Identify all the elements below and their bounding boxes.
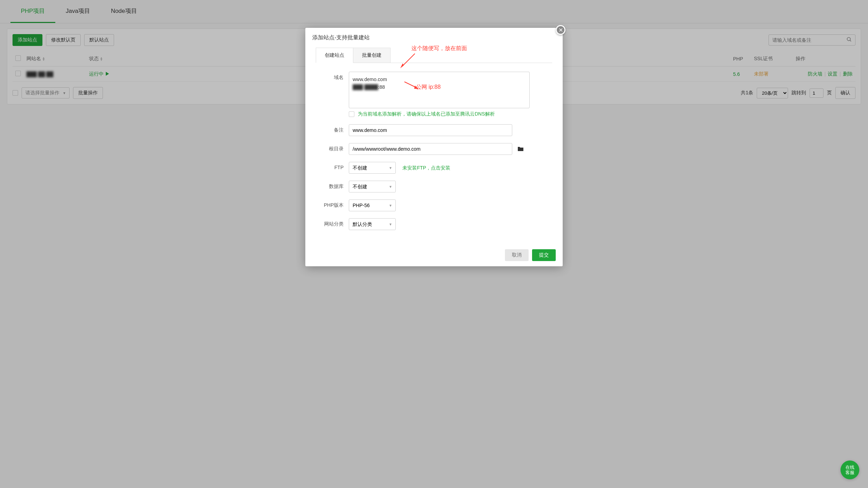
- dialog-footer: 取消 提交: [305, 244, 563, 266]
- dns-hint: 为当前域名添加解析，请确保以上域名已添加至腾讯云DNS解析: [358, 111, 495, 117]
- ftp-install-hint[interactable]: 未安装FTP，点击安装: [402, 165, 450, 171]
- add-site-dialog: ✕ 添加站点-支持批量建站 创建站点 批量创建 这个随便写，放在前面 域名 ww…: [305, 28, 563, 266]
- support-button[interactable]: 在线 客服: [841, 461, 859, 479]
- ftp-select[interactable]: 不创建: [349, 162, 396, 174]
- label-root: 根目录: [316, 143, 349, 152]
- close-icon[interactable]: ✕: [556, 25, 565, 35]
- modal-overlay: ✕ 添加站点-支持批量建站 创建站点 批量创建 这个随便写，放在前面 域名 ww…: [0, 0, 868, 488]
- label-php-version: PHP版本: [316, 199, 349, 208]
- support-line1: 在线: [845, 465, 854, 470]
- tab-create-site[interactable]: 创建站点: [316, 48, 353, 63]
- svg-marker-3: [400, 63, 404, 68]
- domain-textarea[interactable]: www.demo.com ███ ████:88: [349, 72, 530, 108]
- label-domain: 域名: [316, 72, 349, 81]
- label-category: 网站分类: [316, 218, 349, 227]
- label-remark: 备注: [316, 124, 349, 133]
- category-select[interactable]: 默认分类: [349, 218, 396, 230]
- dialog-title: 添加站点-支持批量建站: [305, 28, 563, 48]
- domain-line2: ███ ████:88: [353, 83, 526, 91]
- folder-icon[interactable]: [517, 146, 524, 153]
- database-select[interactable]: 不创建: [349, 181, 396, 192]
- domain-line1: www.demo.com: [353, 76, 526, 83]
- label-ftp: FTP: [316, 162, 349, 170]
- tab-batch-create[interactable]: 批量创建: [353, 48, 391, 63]
- cancel-button[interactable]: 取消: [505, 249, 529, 261]
- remark-input[interactable]: [349, 124, 512, 136]
- dialog-tabs: 创建站点 批量创建: [316, 48, 552, 63]
- root-input[interactable]: [349, 143, 512, 155]
- label-database: 数据库: [316, 181, 349, 190]
- support-line2: 客服: [845, 470, 854, 475]
- dns-checkbox[interactable]: [349, 111, 354, 117]
- submit-button[interactable]: 提交: [532, 249, 556, 261]
- php-version-select[interactable]: PHP-56: [349, 199, 396, 211]
